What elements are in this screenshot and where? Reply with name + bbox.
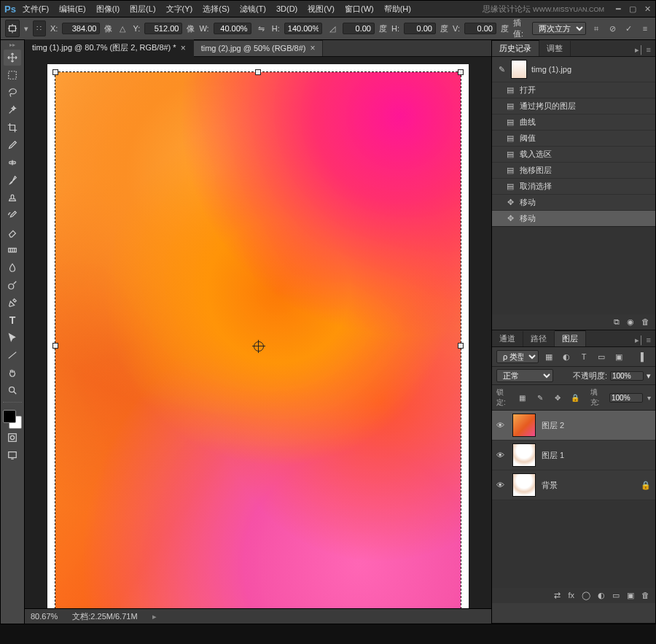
type-tool[interactable]: T — [4, 312, 21, 328]
status-zoom[interactable]: 80.67% — [31, 612, 58, 621]
pen-tool[interactable] — [4, 295, 21, 311]
blend-mode-select[interactable]: 正常 — [496, 369, 553, 382]
foreground-color-swatch[interactable] — [3, 410, 16, 423]
menu-edit[interactable]: 编辑(E) — [55, 2, 90, 16]
transform-handle-r[interactable] — [458, 343, 464, 349]
create-document-icon[interactable]: ⧉ — [614, 317, 620, 327]
history-brush-tool[interactable] — [4, 207, 21, 223]
filter-toggle-icon[interactable]: ▌ — [636, 349, 651, 364]
y-input[interactable] — [144, 23, 182, 34]
lock-pixels-icon[interactable]: ▦ — [516, 390, 529, 405]
filter-adjust-icon[interactable]: ◐ — [559, 349, 574, 364]
history-item[interactable]: ▤曲线 — [492, 114, 655, 130]
rectangle-tool[interactable] — [4, 347, 21, 363]
menu-window[interactable]: 窗口(W) — [340, 2, 378, 16]
layer-thumbnail[interactable] — [512, 473, 536, 497]
close-tab-icon[interactable]: × — [181, 43, 186, 53]
warp-mode-icon[interactable]: ⌗ — [590, 21, 602, 36]
document-tab-2[interactable]: timg (2).jpg @ 50% (RGB/8#) × — [194, 40, 324, 56]
history-item[interactable]: ▤取消选择 — [492, 178, 655, 194]
layer-row[interactable]: 👁图层 1 — [492, 441, 655, 470]
close-icon[interactable]: ✕ — [642, 4, 652, 13]
tab-channels[interactable]: 通道 — [492, 331, 523, 346]
visibility-eye-icon[interactable]: 👁 — [496, 421, 507, 430]
free-transform-tool-icon[interactable] — [5, 20, 20, 37]
transform-handle-tl[interactable] — [52, 69, 58, 75]
filter-pixel-icon[interactable]: ▦ — [542, 349, 556, 364]
minimize-icon[interactable]: ━ — [613, 4, 623, 13]
swap-xy-icon[interactable]: △ — [117, 21, 128, 36]
panel-menu-icon[interactable]: ▸│ ≡ — [630, 44, 655, 56]
aspect-lock-icon[interactable]: ⇋ — [256, 21, 268, 36]
trash-icon[interactable]: 🗑 — [641, 317, 649, 327]
screen-mode-tool[interactable] — [4, 447, 21, 463]
history-item[interactable]: ✥移动 — [492, 194, 655, 210]
history-item[interactable]: ▤打开 — [492, 82, 655, 98]
healing-brush-tool[interactable] — [4, 155, 21, 171]
transform-handle-t[interactable] — [255, 69, 261, 75]
layer-thumbnail[interactable] — [512, 443, 536, 467]
panel-menu-icon[interactable]: ≡ — [639, 21, 651, 36]
tools-grip-icon[interactable]: ▸▸ — [9, 43, 15, 47]
history-item[interactable]: ▤载入选区 — [492, 146, 655, 162]
angle-input[interactable] — [343, 23, 375, 34]
move-tool[interactable] — [4, 50, 21, 66]
lasso-tool[interactable] — [4, 85, 21, 101]
chevron-down-icon[interactable]: ▾ — [24, 24, 28, 34]
transform-pivot-icon[interactable] — [254, 341, 264, 352]
magic-wand-tool[interactable] — [4, 102, 21, 118]
canvas[interactable] — [47, 64, 469, 608]
chevron-down-icon[interactable]: ▾ — [647, 394, 651, 402]
layer-thumbnail[interactable] — [512, 414, 536, 437]
menu-layer[interactable]: 图层(L) — [125, 2, 160, 16]
vskew-input[interactable] — [464, 23, 496, 34]
dodge-tool[interactable] — [4, 277, 21, 293]
h-input[interactable] — [284, 23, 322, 34]
group-icon[interactable]: ▭ — [612, 591, 620, 600]
filter-smart-icon[interactable]: ▣ — [612, 349, 626, 364]
document-tab-1[interactable]: timg (1).jpg @ 80.7% (图层 2, RGB/8#) * × — [25, 39, 194, 57]
lock-move-icon[interactable]: ✥ — [551, 390, 564, 405]
menu-type[interactable]: 文字(Y) — [162, 2, 198, 16]
quickmask-tool[interactable] — [4, 430, 21, 446]
layer-style-icon[interactable]: fx — [568, 591, 574, 600]
marquee-tool[interactable] — [4, 67, 21, 83]
layer-name[interactable]: 背景 — [542, 480, 635, 491]
layer-row[interactable]: 👁图层 2 — [492, 411, 655, 441]
status-doc-size[interactable]: 文档:2.25M/6.71M — [72, 611, 137, 622]
filter-shape-icon[interactable]: ▭ — [594, 349, 609, 364]
hand-tool[interactable] — [4, 365, 21, 381]
clone-stamp-tool[interactable] — [4, 190, 21, 206]
path-selection-tool[interactable] — [4, 330, 21, 346]
panel-menu-icon[interactable]: ▸│ ≡ — [630, 334, 655, 346]
brush-tool[interactable] — [4, 172, 21, 188]
create-snapshot-icon[interactable]: ◉ — [627, 317, 634, 327]
lock-position-brush-icon[interactable]: ✎ — [534, 390, 547, 405]
color-swatches[interactable] — [3, 410, 22, 429]
blur-tool[interactable] — [4, 260, 21, 276]
menu-filter[interactable]: 滤镜(T) — [235, 2, 270, 16]
status-chevron-icon[interactable]: ▸ — [152, 612, 157, 621]
history-item[interactable]: ✥移动 — [492, 210, 655, 226]
eraser-tool[interactable] — [4, 225, 21, 241]
w-input[interactable] — [214, 23, 251, 34]
close-tab-icon[interactable]: × — [310, 43, 315, 53]
tab-paths[interactable]: 路径 — [523, 331, 555, 346]
tab-history[interactable]: 历史记录 — [492, 40, 539, 56]
filter-type-icon[interactable]: T — [577, 349, 591, 364]
reference-point-icon[interactable]: ∷ — [33, 20, 46, 36]
history-item[interactable]: ▤拖移图层 — [492, 162, 655, 178]
trash-icon[interactable]: 🗑 — [641, 591, 649, 600]
menu-select[interactable]: 选择(S) — [198, 2, 234, 16]
chevron-down-icon[interactable]: ▾ — [647, 371, 651, 381]
lock-all-icon[interactable]: 🔒 — [569, 390, 582, 405]
fill-input[interactable] — [609, 393, 643, 403]
history-item[interactable]: ▤通过拷贝的图层 — [492, 98, 655, 114]
layer-row[interactable]: 👁背景🔒 — [492, 470, 655, 500]
gradient-tool[interactable] — [4, 242, 21, 258]
canvas-viewport[interactable] — [25, 57, 491, 608]
menu-view[interactable]: 视图(V) — [303, 2, 339, 16]
history-item[interactable]: ▤阈值 — [492, 130, 655, 146]
interp-select[interactable]: 两次立方 — [532, 22, 586, 35]
x-input[interactable] — [62, 23, 100, 34]
